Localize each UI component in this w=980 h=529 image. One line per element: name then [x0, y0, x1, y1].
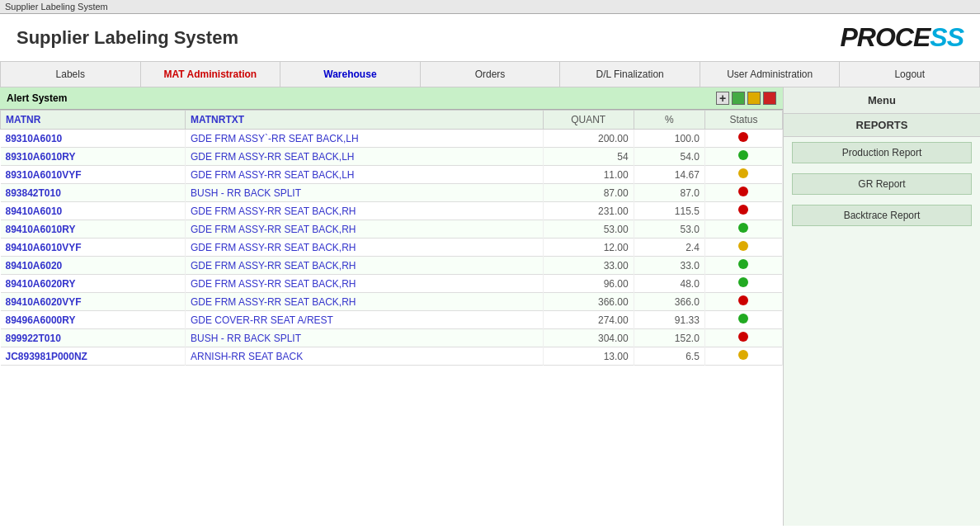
cell-quant: 54: [543, 148, 634, 166]
cell-matnr: JC893981P000NZ: [1, 347, 186, 366]
alert-green-btn[interactable]: [732, 92, 745, 105]
cell-status: [704, 257, 782, 275]
cell-status: [704, 220, 782, 239]
table-row[interactable]: 89410A6010VYFGDE FRM ASSY-RR SEAT BACK,R…: [1, 239, 783, 257]
cell-matnrtxt: BUSH - RR BACK SPLIT: [186, 184, 544, 202]
main-content: Alert System + MATNR MATNRTXT QUANT % St…: [0, 87, 980, 526]
cell-matnr: 89310A6010VYF: [1, 166, 186, 184]
data-table[interactable]: MATNR MATNRTXT QUANT % Status 89310A6010…: [0, 110, 783, 526]
header: Supplier Labeling System PROCESS: [0, 14, 980, 61]
cell-status: [704, 202, 782, 220]
left-panel: Alert System + MATNR MATNRTXT QUANT % St…: [0, 87, 784, 526]
gr-report-btn[interactable]: GR Report: [792, 173, 972, 195]
alert-yellow-btn[interactable]: [747, 92, 761, 105]
cell-pct: 91.33: [634, 311, 704, 329]
status-dot-red: [738, 187, 748, 196]
status-dot-green: [738, 223, 748, 233]
cell-matnrtxt: GDE FRM ASSY-RR SEAT BACK,RH: [186, 293, 544, 311]
cell-status: [704, 293, 782, 311]
alert-system-header: Alert System +: [0, 87, 783, 110]
reports-header: REPORTS: [784, 114, 980, 137]
navigation: Labels MAT Administration Warehouse Orde…: [0, 61, 980, 87]
cell-matnr: 89410A6010RY: [1, 220, 186, 239]
cell-status: [704, 239, 782, 257]
cell-status: [704, 311, 782, 329]
status-dot-red: [738, 205, 748, 215]
table-row[interactable]: 89310A6010RYGDE FRM ASSY-RR SEAT BACK,LH…: [1, 148, 783, 166]
cell-matnrtxt: GDE FRM ASSY-RR SEAT BACK,RH: [186, 257, 544, 275]
nav-orders[interactable]: Orders: [421, 62, 561, 87]
cell-quant: 53.00: [543, 220, 634, 239]
cell-quant: 12.00: [543, 239, 634, 257]
status-dot-red: [738, 295, 748, 305]
app-title: Supplier Labeling System: [16, 27, 238, 49]
nav-logout[interactable]: Logout: [840, 62, 980, 87]
cell-matnrtxt: GDE FRM ASSY-RR SEAT BACK,RH: [186, 275, 544, 293]
table-row[interactable]: 89410A6020GDE FRM ASSY-RR SEAT BACK,RH33…: [1, 257, 783, 275]
status-dot-green: [738, 277, 748, 287]
cell-status: [704, 347, 782, 366]
nav-warehouse[interactable]: Warehouse: [280, 62, 421, 87]
table-row[interactable]: 89410A6020VYFGDE FRM ASSY-RR SEAT BACK,R…: [1, 293, 783, 311]
cell-matnr: 89496A6000RY: [1, 311, 186, 329]
alert-add-btn[interactable]: +: [716, 92, 729, 105]
status-dot-yellow: [738, 168, 748, 178]
nav-labels[interactable]: Labels: [0, 62, 141, 87]
cell-pct: 100.0: [634, 130, 704, 148]
cell-status: [704, 329, 782, 347]
cell-quant: 96.00: [543, 275, 634, 293]
table-row[interactable]: 89310A6010VYFGDE FRM ASSY-RR SEAT BACK,L…: [1, 166, 783, 184]
cell-status: [704, 275, 782, 293]
right-panel: Menu REPORTS Production Report GR Report…: [784, 87, 980, 526]
cell-status: [704, 166, 782, 184]
table-row[interactable]: 89410A6010GDE FRM ASSY-RR SEAT BACK,RH23…: [1, 202, 783, 220]
cell-matnr: 89410A6020: [1, 257, 186, 275]
cell-quant: 304.00: [543, 329, 634, 347]
cell-matnrtxt: GDE FRM ASSY-RR SEAT BACK,LH: [186, 166, 544, 184]
cell-pct: 6.5: [634, 347, 704, 366]
col-matnr: MATNR: [1, 111, 186, 130]
logo-proc: PROCE: [841, 22, 931, 52]
cell-quant: 11.00: [543, 166, 634, 184]
cell-quant: 231.00: [543, 202, 634, 220]
status-dot-green: [738, 150, 748, 160]
alert-system-title: Alert System: [7, 92, 67, 104]
cell-matnrtxt: GDE FRM ASSY`-RR SEAT BACK,LH: [186, 130, 544, 148]
status-dot-red: [738, 332, 748, 342]
status-dot-yellow: [738, 241, 748, 251]
cell-pct: 48.0: [634, 275, 704, 293]
cell-matnrtxt: GDE FRM ASSY-RR SEAT BACK,RH: [186, 239, 544, 257]
cell-quant: 13.00: [543, 347, 634, 366]
backtrace-report-btn[interactable]: Backtrace Report: [792, 205, 972, 226]
table-row[interactable]: 89410A6020RYGDE FRM ASSY-RR SEAT BACK,RH…: [1, 275, 783, 293]
status-dot-yellow: [738, 350, 748, 360]
table-row[interactable]: 89496A6000RYGDE COVER-RR SEAT A/REST274.…: [1, 311, 783, 329]
alert-red-btn[interactable]: [763, 92, 776, 105]
cell-matnr: 89310A6010: [1, 130, 186, 148]
nav-mat-admin[interactable]: MAT Administration: [141, 62, 281, 87]
cell-pct: 152.0: [634, 329, 704, 347]
cell-status: [704, 184, 782, 202]
nav-dl-finalization[interactable]: D/L Finalization: [560, 62, 700, 87]
logo: PROCESS: [841, 22, 964, 53]
cell-pct: 115.5: [634, 202, 704, 220]
cell-matnr: 899922T010: [1, 329, 186, 347]
cell-pct: 33.0: [634, 257, 704, 275]
table-row[interactable]: JC893981P000NZARNISH-RR SEAT BACK13.006.…: [1, 347, 783, 366]
cell-matnr: 89410A6010: [1, 202, 186, 220]
nav-user-admin[interactable]: User Administration: [700, 62, 841, 87]
menu-header: Menu: [784, 87, 980, 114]
cell-matnrtxt: GDE FRM ASSY-RR SEAT BACK,RH: [186, 220, 544, 239]
table-row[interactable]: 89310A6010GDE FRM ASSY`-RR SEAT BACK,LH2…: [1, 130, 783, 148]
table-row[interactable]: 893842T010BUSH - RR BACK SPLIT87.0087.0: [1, 184, 783, 202]
cell-pct: 53.0: [634, 220, 704, 239]
col-status: Status: [704, 111, 782, 130]
cell-matnr: 893842T010: [1, 184, 186, 202]
table-row[interactable]: 89410A6010RYGDE FRM ASSY-RR SEAT BACK,RH…: [1, 220, 783, 239]
cell-matnr: 89410A6020RY: [1, 275, 186, 293]
cell-quant: 274.00: [543, 311, 634, 329]
production-report-btn[interactable]: Production Report: [792, 142, 972, 163]
table-row[interactable]: 899922T010BUSH - RR BACK SPLIT304.00152.…: [1, 329, 783, 347]
cell-matnr: 89410A6010VYF: [1, 239, 186, 257]
cell-pct: 2.4: [634, 239, 704, 257]
